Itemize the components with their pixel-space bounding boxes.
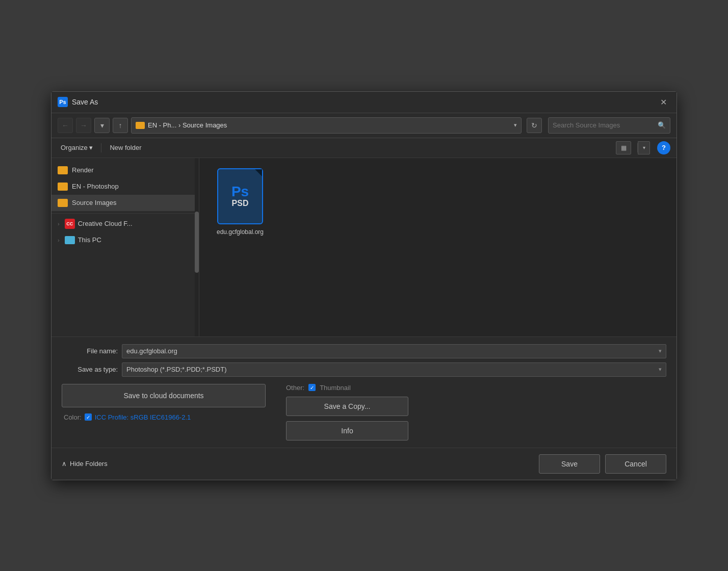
folder-icon: [58, 183, 68, 191]
organize-button[interactable]: Organize ▾: [58, 142, 96, 153]
sidebar-item-this-pc[interactable]: › This PC: [51, 232, 199, 248]
sidebar-divider: [51, 213, 199, 214]
folder-icon: [58, 166, 68, 174]
ps-text: Ps: [231, 185, 249, 199]
refresh-button[interactable]: ↻: [527, 118, 542, 133]
search-bar[interactable]: 🔍: [548, 117, 670, 134]
back-button[interactable]: ←: [58, 118, 73, 133]
file-item[interactable]: Ps PSD edu.gcfglobal.org: [210, 168, 271, 237]
psd-label: PSD: [232, 199, 249, 208]
hide-folders-button[interactable]: ∧ Hide Folders: [62, 460, 108, 468]
pc-icon: [65, 236, 75, 244]
save-cloud-button[interactable]: Save to cloud documents: [62, 384, 266, 407]
sidebar-item-label: Render: [72, 166, 94, 174]
scrollbar-track: [195, 158, 199, 336]
psd-file-icon: Ps PSD: [217, 168, 263, 224]
nav-bar: ← → ▾ ↑ EN - Ph... › Source Images ▾ ↻ 🔍: [51, 113, 677, 138]
up-button[interactable]: ↑: [113, 118, 128, 133]
thumbnail-checkbox[interactable]: [308, 384, 316, 391]
filename-dropdown-arrow[interactable]: ▾: [659, 348, 662, 354]
other-row: Other: Thumbnail: [286, 384, 351, 392]
filename-input[interactable]: edu.gcfglobal.org ▾: [122, 344, 666, 358]
main-content: Render EN - Photoshop Source Images › CC…: [51, 158, 677, 336]
left-actions: Save to cloud documents Color: ICC Profi…: [62, 384, 266, 421]
save-button[interactable]: Save: [539, 454, 600, 474]
view-dropdown-button[interactable]: ▾: [638, 141, 650, 154]
file-area: Ps PSD edu.gcfglobal.org: [199, 158, 677, 336]
save-as-dialog: Ps Save As ✕ ← → ▾ ↑ EN - Ph... › Source…: [51, 91, 677, 480]
right-actions: Other: Thumbnail Save a Copy... Info: [286, 384, 449, 440]
expand-icon: ›: [58, 237, 60, 243]
savetype-input[interactable]: Photoshop (*.PSD;*.PDD;*.PSDT) ▾: [122, 362, 666, 377]
address-bar[interactable]: EN - Ph... › Source Images ▾: [131, 117, 522, 134]
savetype-value: Photoshop (*.PSD;*.PDD;*.PSDT): [126, 366, 227, 373]
scrollbar-thumb[interactable]: [195, 212, 199, 273]
view-options-button[interactable]: ▦: [616, 141, 631, 154]
thumbnail-label: Thumbnail: [320, 384, 351, 392]
color-row: Color: ICC Profile: sRGB IEC61966-2.1: [62, 413, 266, 421]
address-dropdown-arrow[interactable]: ▾: [514, 122, 517, 128]
action-area: Save to cloud documents Color: ICC Profi…: [62, 384, 666, 440]
ps-app-icon: Ps: [58, 97, 68, 107]
bottom-section: File name: edu.gcfglobal.org ▾ Save as t…: [51, 336, 677, 448]
sidebar: Render EN - Photoshop Source Images › CC…: [51, 158, 199, 336]
sidebar-item-label: Creative Cloud F...: [78, 220, 133, 227]
dialog-title: Save As: [72, 98, 656, 106]
search-input[interactable]: [553, 121, 655, 129]
info-button[interactable]: Info: [286, 421, 408, 440]
file-name: edu.gcfglobal.org: [217, 228, 264, 237]
toolbar: Organize ▾ New folder ▦ ▾ ?: [51, 138, 677, 158]
sidebar-item-render[interactable]: Render: [51, 162, 199, 178]
title-bar: Ps Save As ✕: [51, 92, 677, 113]
address-path: EN - Ph... › Source Images: [148, 121, 511, 129]
address-folder-icon: [136, 122, 145, 129]
close-button[interactable]: ✕: [656, 95, 670, 109]
folder-icon: [58, 199, 68, 207]
savetype-row: Save as type: Photoshop (*.PSD;*.PDD;*.P…: [62, 362, 666, 377]
footer-buttons: Save Cancel: [539, 454, 666, 474]
sidebar-item-en-photoshop[interactable]: EN - Photoshop: [51, 178, 199, 195]
color-label: Color:: [64, 413, 82, 421]
footer: ∧ Hide Folders Save Cancel: [51, 448, 677, 480]
cancel-button[interactable]: Cancel: [605, 454, 666, 474]
help-button[interactable]: ?: [657, 141, 670, 154]
new-folder-button[interactable]: New folder: [107, 142, 144, 153]
toolbar-separator: [101, 143, 101, 152]
savetype-dropdown-arrow[interactable]: ▾: [659, 366, 662, 373]
expand-icon: ›: [58, 221, 60, 227]
forward-button[interactable]: →: [76, 118, 91, 133]
sidebar-item-creative-cloud[interactable]: › CC Creative Cloud F...: [51, 216, 199, 232]
color-checkbox[interactable]: [85, 413, 92, 421]
savetype-label: Save as type:: [62, 366, 118, 373]
recent-locations-button[interactable]: ▾: [94, 118, 110, 133]
creative-cloud-icon: CC: [65, 219, 75, 229]
sidebar-item-label: This PC: [78, 236, 101, 244]
search-icon: 🔍: [658, 121, 666, 129]
sidebar-item-source-images[interactable]: Source Images: [51, 195, 199, 211]
other-label: Other:: [286, 384, 304, 392]
filename-label: File name:: [62, 347, 118, 355]
hide-folders-label: Hide Folders: [70, 460, 108, 468]
hide-folders-arrow: ∧: [62, 460, 67, 468]
color-profile-link[interactable]: ICC Profile: sRGB IEC61966-2.1: [95, 413, 191, 421]
filename-row: File name: edu.gcfglobal.org ▾: [62, 344, 666, 358]
save-copy-button[interactable]: Save a Copy...: [286, 397, 408, 416]
sidebar-item-label: Source Images: [72, 199, 116, 206]
sidebar-item-label: EN - Photoshop: [72, 183, 119, 190]
filename-value: edu.gcfglobal.org: [126, 347, 177, 355]
